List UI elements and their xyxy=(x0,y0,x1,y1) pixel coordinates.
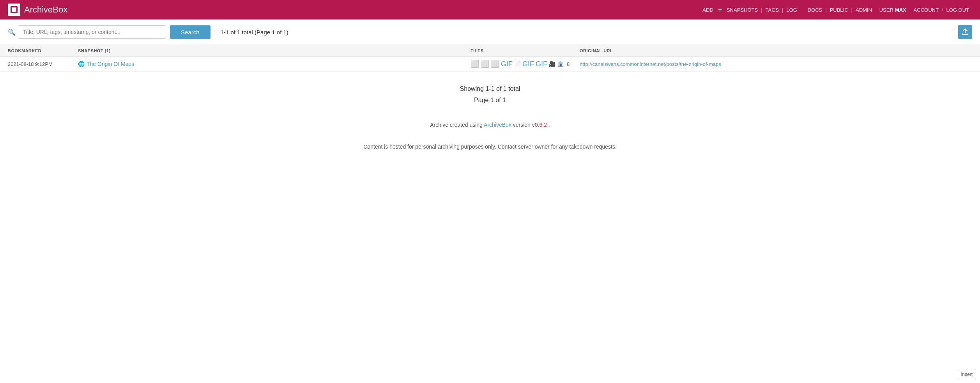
file-icon-9: 🏛️ xyxy=(557,61,564,67)
search-button[interactable]: Search xyxy=(170,25,211,39)
header: ArchiveBox ADD + SNAPSHOTS | TAGS | LOG … xyxy=(0,0,980,20)
file-icon-2: ⬜ xyxy=(481,60,489,67)
footer-version-link[interactable]: v0.6.2 xyxy=(532,122,547,128)
showing-line2: Page 1 of 1 xyxy=(8,95,972,106)
table-header: BOOKMARKED SNAPSHOT (1) FILES ORIGINAL U… xyxy=(0,45,980,57)
search-icon: 🔍 xyxy=(8,28,16,36)
results-table: BOOKMARKED SNAPSHOT (1) FILES ORIGINAL U… xyxy=(0,45,980,72)
upload-button[interactable] xyxy=(958,25,972,39)
sep8 xyxy=(906,7,911,13)
file-icon-7: GIF xyxy=(536,60,547,67)
nav-log[interactable]: LOG xyxy=(783,7,800,13)
app-name: ArchiveBox xyxy=(24,5,67,15)
file-icon-1: ⬜ xyxy=(471,60,479,67)
nav-user-prefix: USER xyxy=(879,7,893,13)
snapshot-favicon: 🌐 xyxy=(78,61,84,67)
footer-period: . xyxy=(548,122,550,128)
nav-snapshots[interactable]: SNAPSHOTS xyxy=(724,7,761,13)
footer-archivebox-link[interactable]: ArchiveBox xyxy=(484,122,511,128)
file-icon-8: 🎥 xyxy=(549,61,555,67)
cell-snapshot: 🌐 The Origin Of Maps xyxy=(78,61,471,67)
snapshot-link[interactable]: The Origin Of Maps xyxy=(87,61,134,67)
cell-url: http://canalswans.commoninternet.net/pos… xyxy=(580,61,972,67)
original-url-link[interactable]: http://canalswans.commoninternet.net/pos… xyxy=(580,61,721,67)
cell-files: ⬜ ⬜ ⬜ GIF 📄 GIF GIF 🎥 🏛️ 8 xyxy=(471,60,580,67)
file-icon-3: ⬜ xyxy=(491,60,499,67)
cell-bookmarked: 2021-08-18 9:12PM xyxy=(8,61,78,67)
nav-docs[interactable]: DOCS xyxy=(805,7,826,13)
table-row: 2021-08-18 9:12PM 🌐 The Origin Of Maps ⬜… xyxy=(0,57,980,72)
footer-legal: Content is hosted for personal archiving… xyxy=(8,144,972,150)
main-content: Showing 1-1 of 1 total Page 1 of 1 Archi… xyxy=(0,72,980,161)
header-nav: ADD + SNAPSHOTS | TAGS | LOG DOCS | PUBL… xyxy=(699,6,972,14)
logo-icon xyxy=(8,4,20,16)
nav-public[interactable]: PUBLIC xyxy=(827,7,851,13)
sep4 xyxy=(800,7,805,13)
nav-logout[interactable]: LOG OUT xyxy=(943,7,972,13)
upload-icon xyxy=(962,28,969,35)
nav-user-name: MAX xyxy=(895,7,906,13)
file-count: 8 xyxy=(567,61,570,67)
sep7 xyxy=(875,7,879,13)
nav-account[interactable]: ACCOUNT xyxy=(911,7,942,13)
file-icon-5: 📄 xyxy=(514,61,521,67)
nav-plus-icon: + xyxy=(718,6,722,14)
col-url: ORIGINAL URL xyxy=(580,48,972,53)
file-icon-4: GIF xyxy=(501,60,513,67)
col-bookmarked: BOOKMARKED xyxy=(8,48,78,53)
nav-admin[interactable]: ADMIN xyxy=(853,7,875,13)
showing-text: Showing 1-1 of 1 total Page 1 of 1 xyxy=(8,83,972,106)
nav-add-group: ADD + xyxy=(699,6,722,14)
nav-tags[interactable]: TAGS xyxy=(762,7,782,13)
search-results-info: 1-1 of 1 total (Page 1 of 1) xyxy=(221,29,288,35)
logo-icon-inner xyxy=(11,6,18,13)
nav-add[interactable]: ADD xyxy=(699,7,716,13)
file-icon-6: GIF xyxy=(522,60,534,67)
app-logo[interactable]: ArchiveBox xyxy=(8,4,67,16)
col-files: FILES xyxy=(471,48,580,53)
footer-info: Archive created using ArchiveBox version… xyxy=(8,122,972,128)
footer-version-text: version xyxy=(513,122,531,128)
showing-line1: Showing 1-1 of 1 total xyxy=(8,83,972,95)
footer-legal-text: Content is hosted for personal archiving… xyxy=(363,144,617,150)
search-bar: 🔍 Search 1-1 of 1 total (Page 1 of 1) xyxy=(0,20,980,45)
col-snapshot: SNAPSHOT (1) xyxy=(78,48,471,53)
footer-archive-text: Archive created using xyxy=(430,122,483,128)
search-input[interactable] xyxy=(18,25,166,39)
